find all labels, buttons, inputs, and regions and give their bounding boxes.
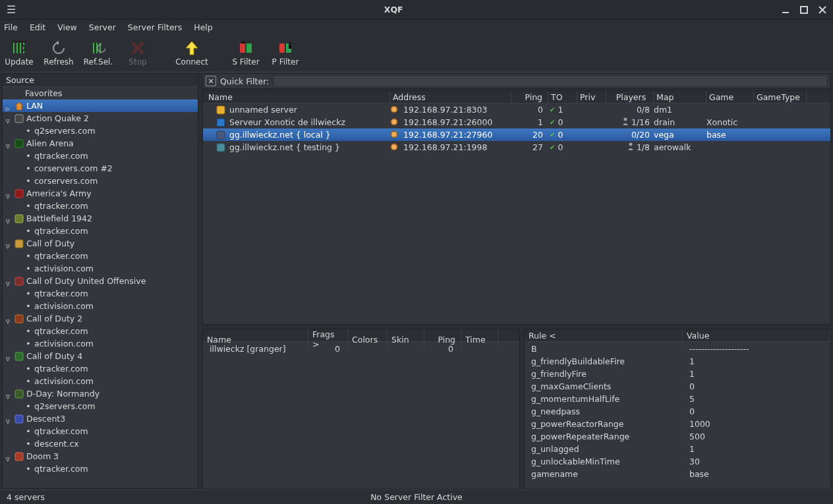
- menu-file[interactable]: File: [4, 22, 18, 32]
- source-tree-row[interactable]: •qtracker.com: [3, 425, 198, 437]
- source-tree-row[interactable]: •activision.com: [3, 300, 198, 312]
- rule-key: g_friendlyFire: [525, 369, 683, 379]
- quick-filter-input[interactable]: [273, 75, 828, 87]
- source-tree[interactable]: Favorites▹LAN▿Action Quake 2•q2servers.c…: [3, 87, 198, 488]
- server-address: 192.168.97.21:27960: [403, 130, 492, 140]
- rule-row[interactable]: g_unlagged1: [525, 443, 830, 455]
- rcol-rule[interactable]: Rule <: [525, 329, 683, 341]
- source-tree-row[interactable]: •activision.com: [3, 337, 198, 350]
- rcol-value[interactable]: Value: [683, 329, 830, 341]
- source-tree-row[interactable]: •q2servers.com: [3, 125, 198, 137]
- rule-row[interactable]: g_momentumHalfLife5: [525, 393, 830, 405]
- source-tree-row[interactable]: ▿America's Army: [3, 187, 198, 200]
- rule-row[interactable]: g_friendlyBuildableFire1: [525, 355, 830, 368]
- rule-row[interactable]: g_powerRepeaterRange500: [525, 430, 830, 443]
- source-tree-row[interactable]: Favorites: [3, 87, 198, 99]
- rule-row[interactable]: g_friendlyFire1: [525, 368, 830, 380]
- col-priv[interactable]: Priv: [577, 91, 606, 103]
- svg-marker-14: [186, 42, 198, 55]
- menu-help[interactable]: Help: [194, 22, 213, 32]
- source-tree-row[interactable]: •qtracker.com: [3, 325, 198, 337]
- server-list-body: unnamed server 192.168.97.21:8303 0 ✔1 0…: [203, 103, 830, 154]
- quick-filter-clear-button[interactable]: ✕: [206, 76, 216, 86]
- server-row[interactable]: gg.illwieckz.net { local } 192.168.97.21…: [203, 128, 830, 141]
- server-to: 1: [558, 105, 563, 115]
- source-tree-row[interactable]: •qtracker.com: [3, 200, 198, 212]
- source-tree-row[interactable]: •corservers.com #2: [3, 162, 198, 175]
- source-tree-row[interactable]: ▿Action Quake 2: [3, 112, 198, 125]
- update-button[interactable]: Update: [3, 36, 36, 70]
- rules-header[interactable]: Rule < Value: [525, 329, 830, 342]
- source-tree-row[interactable]: ▹LAN: [3, 99, 198, 112]
- source-tree-row[interactable]: ▿Call of Duty: [3, 237, 198, 250]
- server-list-header[interactable]: Name Address Ping TO Priv Players Map Ga…: [203, 91, 830, 103]
- menu-view[interactable]: View: [57, 22, 77, 32]
- close-button[interactable]: [819, 6, 826, 14]
- server-row[interactable]: gg.illwieckz.net { testing } 192.168.97.…: [203, 141, 830, 154]
- refresh-button[interactable]: Refresh: [42, 36, 75, 70]
- window-title: XQF: [16, 5, 771, 14]
- server-row[interactable]: unnamed server 192.168.97.21:8303 0 ✔1 0…: [203, 103, 830, 116]
- source-header[interactable]: Source: [3, 74, 198, 87]
- rules-body: B--------------------g_friendlyBuildable…: [525, 342, 830, 480]
- player-row[interactable]: illwieckz [granger] 0 0: [203, 343, 519, 355]
- col-to[interactable]: TO: [548, 91, 577, 103]
- disclosure-icon: ▿: [5, 191, 11, 196]
- source-tree-row[interactable]: ▿Descent3: [3, 412, 198, 425]
- minimize-button[interactable]: [782, 6, 790, 14]
- source-tree-row[interactable]: ▿Call of Duty United Offensive: [3, 275, 198, 287]
- col-gametype[interactable]: GameType: [754, 91, 807, 103]
- source-tree-row[interactable]: •qtracker.com: [3, 462, 198, 475]
- connect-button[interactable]: Connect: [175, 36, 208, 70]
- svg-rect-23: [15, 115, 23, 123]
- col-map[interactable]: Map: [654, 91, 706, 103]
- source-tree-row[interactable]: •descent.cx: [3, 437, 198, 450]
- rule-row[interactable]: B--------------------: [525, 343, 830, 355]
- rule-row[interactable]: g_powerReactorRange1000: [525, 418, 830, 430]
- col-players[interactable]: Players: [606, 91, 654, 103]
- disclosure-icon: ▿: [5, 316, 11, 322]
- source-tree-row[interactable]: •q2servers.com: [3, 400, 198, 412]
- source-tree-row[interactable]: ▿Call of Duty 4: [3, 350, 198, 362]
- sfilter-button[interactable]: S Filter: [229, 36, 262, 70]
- hamburger-icon[interactable]: ☰: [7, 3, 16, 16]
- source-tree-row[interactable]: •qtracker.com: [3, 250, 198, 262]
- source-tree-row[interactable]: •qtracker.com: [3, 362, 198, 375]
- col-address[interactable]: Address: [390, 91, 511, 103]
- source-tree-row[interactable]: •qtracker.com: [3, 150, 198, 162]
- rule-row[interactable]: g_unlockableMinTime30: [525, 455, 830, 468]
- source-tree-row[interactable]: •corservers.com: [3, 175, 198, 187]
- rule-row[interactable]: gamenamebase: [525, 468, 830, 480]
- source-tree-row[interactable]: ▿D-Day: Normandy: [3, 387, 198, 400]
- source-tree-row[interactable]: •qtracker.com: [3, 287, 198, 300]
- svg-rect-37: [217, 119, 225, 126]
- source-tree-row[interactable]: •activision.com: [3, 375, 198, 387]
- net-icon: [390, 143, 399, 152]
- rule-row[interactable]: g_maxGameClients0: [525, 380, 830, 393]
- source-tree-row[interactable]: •qtracker.com: [3, 225, 198, 237]
- source-tree-row[interactable]: ▿Doom 3: [3, 450, 198, 462]
- source-tree-row[interactable]: ▿Call of Duty 2: [3, 312, 198, 325]
- players-header[interactable]: Name Frags > Colors Skin Ping Time: [203, 329, 519, 342]
- source-tree-row[interactable]: •activision.com: [3, 262, 198, 275]
- maximize-button[interactable]: [800, 6, 808, 14]
- svg-rect-43: [392, 132, 396, 136]
- rule-key: g_momentumHalfLife: [525, 394, 683, 404]
- col-name[interactable]: Name: [206, 91, 390, 103]
- server-name: gg.illwieckz.net { testing }: [229, 142, 340, 152]
- menu-edit[interactable]: Edit: [30, 22, 45, 32]
- svg-rect-26: [15, 215, 23, 223]
- server-row[interactable]: Serveur Xonotic de illwieckz 192.168.97.…: [203, 116, 830, 128]
- menu-server-filters[interactable]: Server Filters: [128, 22, 182, 32]
- bullet-icon: •: [25, 264, 32, 273]
- stop-button[interactable]: Stop: [121, 36, 154, 70]
- col-game[interactable]: Game: [706, 91, 754, 103]
- source-tree-row[interactable]: ▿Battlefield 1942: [3, 212, 198, 225]
- rule-row[interactable]: g_needpass0: [525, 405, 830, 418]
- source-tree-row[interactable]: ▿Alien Arena: [3, 137, 198, 150]
- tree-item-label: qtracker.com: [34, 201, 88, 211]
- refsel-button[interactable]: Ref.Sel.: [82, 36, 115, 70]
- col-ping[interactable]: Ping: [511, 91, 548, 103]
- pfilter-button[interactable]: P Filter: [269, 36, 302, 70]
- menu-server[interactable]: Server: [89, 22, 116, 32]
